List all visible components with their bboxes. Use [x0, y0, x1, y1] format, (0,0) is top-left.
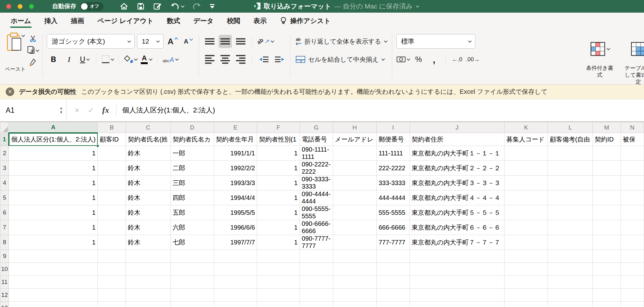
cell-I2[interactable]: 111-1111	[376, 146, 410, 161]
redo-button[interactable]	[192, 3, 201, 10]
cell-H6[interactable]	[333, 205, 376, 220]
cell-I12[interactable]	[376, 289, 410, 302]
cut-button[interactable]	[28, 33, 38, 44]
minimize-button[interactable]	[18, 4, 22, 9]
cell-N1[interactable]: 被保	[621, 133, 644, 146]
cell-M6[interactable]	[593, 205, 621, 220]
cell-D13[interactable]	[170, 302, 214, 307]
cell-K4[interactable]	[505, 176, 548, 190]
cell-J13[interactable]	[410, 302, 504, 307]
cell-G8[interactable]: 090-7777-7777	[300, 235, 333, 250]
cell-G3[interactable]: 090-2222-2222	[300, 161, 333, 176]
cell-J4[interactable]: 東京都丸の内大手町３－３－３	[410, 176, 504, 190]
increase-indent-button[interactable]	[273, 53, 286, 66]
cell-E8[interactable]: 1997/7/7	[214, 235, 257, 250]
cell-F9[interactable]	[257, 250, 300, 263]
row-header-4[interactable]: 4	[0, 176, 9, 190]
cell-N9[interactable]	[621, 250, 644, 263]
cell-K13[interactable]	[505, 302, 548, 307]
align-middle-button[interactable]	[219, 35, 232, 48]
cell-M2[interactable]	[593, 146, 621, 161]
column-header-I[interactable]: I	[376, 122, 410, 133]
cell-J12[interactable]	[410, 289, 504, 302]
cell-H11[interactable]	[333, 276, 376, 289]
cell-B12[interactable]	[98, 289, 126, 302]
cell-L1[interactable]: 顧客備考(自由	[548, 133, 593, 146]
italic-button[interactable]: I	[62, 53, 76, 66]
font-color-button[interactable]: A	[139, 53, 153, 66]
cell-N11[interactable]	[621, 276, 644, 289]
cell-K5[interactable]	[505, 190, 548, 205]
cell-N4[interactable]	[621, 176, 644, 190]
cell-B11[interactable]	[98, 276, 126, 289]
cell-F5[interactable]: 1	[257, 190, 300, 205]
phonetic-button[interactable]: abcA	[163, 53, 178, 66]
cell-K12[interactable]	[505, 289, 548, 302]
cell-M8[interactable]	[593, 235, 621, 250]
cell-L5[interactable]	[548, 190, 593, 205]
cell-H9[interactable]	[333, 250, 376, 263]
decrease-indent-button[interactable]	[257, 53, 270, 66]
cell-K8[interactable]	[505, 235, 548, 250]
cell-K9[interactable]	[505, 250, 548, 263]
paste-button[interactable]	[7, 32, 24, 65]
decrease-decimal-button[interactable]: ←.0	[450, 53, 464, 66]
font-size-select[interactable]: 12	[137, 34, 164, 49]
column-header-B[interactable]: B	[98, 122, 126, 133]
cell-N8[interactable]	[621, 235, 644, 250]
cell-B7[interactable]	[98, 220, 126, 235]
cell-E10[interactable]	[214, 263, 257, 276]
cell-K2[interactable]	[505, 146, 548, 161]
cell-I13[interactable]	[376, 302, 410, 307]
align-right-button[interactable]	[234, 53, 247, 66]
cell-I6[interactable]: 555-5555	[376, 205, 410, 220]
cell-K11[interactable]	[505, 276, 548, 289]
cell-C4[interactable]: 鈴木	[126, 176, 170, 190]
select-all-corner[interactable]	[0, 122, 9, 133]
column-header-G[interactable]: G	[300, 122, 333, 133]
cell-D8[interactable]: 七郎	[170, 235, 214, 250]
tab-5[interactable]: データ	[193, 13, 214, 29]
cell-H12[interactable]	[333, 289, 376, 302]
row-header-1[interactable]: 1	[0, 133, 9, 146]
cell-N7[interactable]	[621, 220, 644, 235]
autosave-toggle[interactable]: オフ	[80, 2, 103, 11]
cell-A11[interactable]	[9, 276, 98, 289]
cell-G10[interactable]	[300, 263, 333, 276]
cell-M7[interactable]	[593, 220, 621, 235]
tab-1[interactable]: 挿入	[44, 13, 58, 29]
cell-N2[interactable]	[621, 146, 644, 161]
cell-I7[interactable]: 666-6666	[376, 220, 410, 235]
home-button[interactable]	[120, 3, 128, 10]
tab-4[interactable]: 数式	[167, 13, 180, 29]
cell-E6[interactable]: 1995/5/5	[214, 205, 257, 220]
cell-H13[interactable]	[333, 302, 376, 307]
cell-C10[interactable]	[126, 263, 170, 276]
column-header-M[interactable]: M	[593, 122, 621, 133]
cell-B2[interactable]	[98, 146, 126, 161]
toolbar-options-button[interactable]	[210, 4, 214, 9]
cell-I3[interactable]: 222-2222	[376, 161, 410, 176]
cell-G11[interactable]	[300, 276, 333, 289]
cell-B6[interactable]	[98, 205, 126, 220]
merge-center-button[interactable]: セルを結合して中央揃え	[294, 52, 385, 67]
underline-button[interactable]: U	[78, 53, 91, 66]
feedback-button[interactable]	[153, 3, 162, 10]
cell-H2[interactable]	[333, 146, 376, 161]
cell-L6[interactable]	[548, 205, 593, 220]
format-as-table-button[interactable]: テーブルとして書式設定	[624, 34, 644, 86]
cell-L2[interactable]	[548, 146, 593, 161]
align-left-button[interactable]	[203, 53, 216, 66]
cell-J6[interactable]: 東京都丸の内大手町５－５－５	[410, 205, 504, 220]
cell-F8[interactable]: 1	[257, 235, 300, 250]
cell-B1[interactable]: 顧客ID	[98, 133, 126, 146]
borders-button[interactable]	[101, 53, 114, 66]
cell-D7[interactable]: 六郎	[170, 220, 214, 235]
cell-J5[interactable]: 東京都丸の内大手町４－４－４	[410, 190, 504, 205]
cell-C12[interactable]	[126, 289, 170, 302]
cell-M1[interactable]: 契約ID	[593, 133, 621, 146]
align-bottom-button[interactable]	[234, 35, 247, 48]
cell-L11[interactable]	[548, 276, 593, 289]
cell-C7[interactable]: 鈴木	[126, 220, 170, 235]
increase-font-button[interactable]: A	[166, 35, 179, 48]
